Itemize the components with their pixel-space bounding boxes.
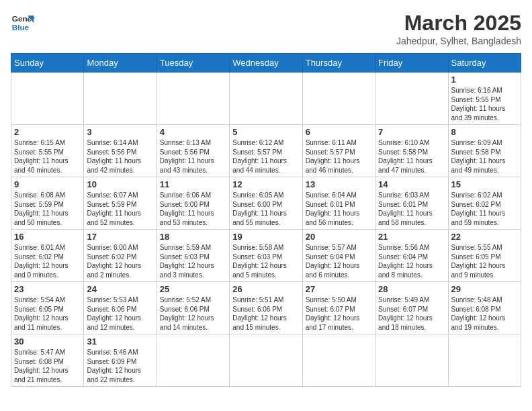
day-sun-info: Sunrise: 6:11 AM Sunset: 5:57 PM Dayligh… xyxy=(306,138,372,175)
day-number: 4 xyxy=(160,127,226,137)
day-number: 9 xyxy=(14,179,81,189)
day-number: 1 xyxy=(451,75,518,85)
day-sun-info: Sunrise: 5:59 AM Sunset: 6:03 PM Dayligh… xyxy=(160,243,226,279)
calendar-cell xyxy=(302,334,375,387)
day-sun-info: Sunrise: 5:46 AM Sunset: 6:09 PM Dayligh… xyxy=(87,348,153,384)
calendar-cell xyxy=(302,73,375,125)
calendar-cell xyxy=(375,334,448,387)
calendar-cell: 30Sunrise: 5:47 AM Sunset: 6:08 PM Dayli… xyxy=(11,334,84,387)
location-subtitle: Jahedpur, Sylhet, Bangladesh xyxy=(396,36,521,46)
day-sun-info: Sunrise: 6:10 AM Sunset: 5:58 PM Dayligh… xyxy=(378,138,445,175)
day-sun-info: Sunrise: 6:03 AM Sunset: 6:01 PM Dayligh… xyxy=(378,191,445,227)
day-number: 26 xyxy=(232,284,299,294)
day-number: 23 xyxy=(14,284,81,294)
day-number: 3 xyxy=(87,127,153,137)
weekday-header-row: SundayMondayTuesdayWednesdayThursdayFrid… xyxy=(11,54,521,73)
calendar-week-0: 1Sunrise: 6:16 AM Sunset: 5:55 PM Daylig… xyxy=(11,73,521,125)
day-sun-info: Sunrise: 6:09 AM Sunset: 5:58 PM Dayligh… xyxy=(451,138,518,175)
day-number: 19 xyxy=(232,232,299,242)
calendar-cell: 25Sunrise: 5:52 AM Sunset: 6:06 PM Dayli… xyxy=(157,282,229,334)
day-sun-info: Sunrise: 6:12 AM Sunset: 5:57 PM Dayligh… xyxy=(232,138,299,175)
day-sun-info: Sunrise: 6:07 AM Sunset: 5:59 PM Dayligh… xyxy=(87,191,153,227)
day-sun-info: Sunrise: 5:51 AM Sunset: 6:06 PM Dayligh… xyxy=(232,295,299,332)
calendar-cell: 9Sunrise: 6:08 AM Sunset: 5:59 PM Daylig… xyxy=(11,177,84,230)
calendar-week-5: 30Sunrise: 5:47 AM Sunset: 6:08 PM Dayli… xyxy=(11,334,521,387)
day-number: 12 xyxy=(232,179,299,189)
title-block: March 2025 Jahedpur, Sylhet, Bangladesh xyxy=(396,11,521,46)
calendar-cell: 8Sunrise: 6:09 AM Sunset: 5:58 PM Daylig… xyxy=(448,125,521,177)
day-number: 2 xyxy=(14,127,81,137)
day-number: 22 xyxy=(451,232,518,242)
calendar-cell: 14Sunrise: 6:03 AM Sunset: 6:01 PM Dayli… xyxy=(375,177,448,230)
day-number: 21 xyxy=(378,232,445,242)
day-number: 20 xyxy=(306,232,372,242)
calendar-cell: 27Sunrise: 5:50 AM Sunset: 6:07 PM Dayli… xyxy=(302,282,375,334)
calendar-week-4: 23Sunrise: 5:54 AM Sunset: 6:05 PM Dayli… xyxy=(11,282,521,334)
day-number: 14 xyxy=(378,179,445,189)
calendar-cell: 6Sunrise: 6:11 AM Sunset: 5:57 PM Daylig… xyxy=(302,125,375,177)
calendar-cell xyxy=(375,73,448,125)
calendar-cell: 11Sunrise: 6:06 AM Sunset: 6:00 PM Dayli… xyxy=(157,177,229,230)
calendar-week-1: 2Sunrise: 6:15 AM Sunset: 5:55 PM Daylig… xyxy=(11,125,521,177)
day-sun-info: Sunrise: 6:05 AM Sunset: 6:00 PM Dayligh… xyxy=(232,191,299,227)
day-sun-info: Sunrise: 6:06 AM Sunset: 6:00 PM Dayligh… xyxy=(160,191,226,227)
day-sun-info: Sunrise: 5:52 AM Sunset: 6:06 PM Dayligh… xyxy=(160,295,226,332)
day-number: 27 xyxy=(306,284,372,294)
calendar-cell: 2Sunrise: 6:15 AM Sunset: 5:55 PM Daylig… xyxy=(11,125,84,177)
day-number: 13 xyxy=(306,179,372,189)
calendar-cell: 3Sunrise: 6:14 AM Sunset: 5:56 PM Daylig… xyxy=(84,125,157,177)
calendar-cell xyxy=(230,334,302,387)
day-number: 16 xyxy=(14,232,81,242)
month-year-title: March 2025 xyxy=(396,11,521,36)
day-sun-info: Sunrise: 5:50 AM Sunset: 6:07 PM Dayligh… xyxy=(306,295,372,332)
weekday-header-thursday: Thursday xyxy=(302,54,375,73)
calendar-cell: 18Sunrise: 5:59 AM Sunset: 6:03 PM Dayli… xyxy=(157,230,229,282)
calendar-cell: 29Sunrise: 5:48 AM Sunset: 6:08 PM Dayli… xyxy=(448,282,521,334)
calendar-cell: 28Sunrise: 5:49 AM Sunset: 6:07 PM Dayli… xyxy=(375,282,448,334)
day-sun-info: Sunrise: 5:48 AM Sunset: 6:08 PM Dayligh… xyxy=(451,295,518,332)
calendar-cell: 7Sunrise: 6:10 AM Sunset: 5:58 PM Daylig… xyxy=(375,125,448,177)
day-number: 7 xyxy=(378,127,445,137)
day-sun-info: Sunrise: 6:15 AM Sunset: 5:55 PM Dayligh… xyxy=(14,138,81,175)
day-sun-info: Sunrise: 6:14 AM Sunset: 5:56 PM Dayligh… xyxy=(87,138,153,175)
calendar-cell xyxy=(157,73,229,125)
svg-text:Blue: Blue xyxy=(12,23,30,32)
logo-icon: General Blue xyxy=(11,11,35,35)
day-sun-info: Sunrise: 5:57 AM Sunset: 6:04 PM Dayligh… xyxy=(306,243,372,279)
calendar-cell: 23Sunrise: 5:54 AM Sunset: 6:05 PM Dayli… xyxy=(11,282,84,334)
day-number: 30 xyxy=(14,336,81,347)
day-sun-info: Sunrise: 6:16 AM Sunset: 5:55 PM Dayligh… xyxy=(451,86,518,122)
calendar-cell xyxy=(84,73,157,125)
calendar-cell: 12Sunrise: 6:05 AM Sunset: 6:00 PM Dayli… xyxy=(230,177,302,230)
day-number: 31 xyxy=(87,336,153,347)
calendar-cell xyxy=(448,334,521,387)
weekday-header-tuesday: Tuesday xyxy=(157,54,229,73)
day-sun-info: Sunrise: 6:02 AM Sunset: 6:02 PM Dayligh… xyxy=(451,191,518,227)
day-number: 25 xyxy=(160,284,226,294)
day-number: 24 xyxy=(87,284,153,294)
calendar-week-3: 16Sunrise: 6:01 AM Sunset: 6:02 PM Dayli… xyxy=(11,230,521,282)
calendar-cell xyxy=(11,73,84,125)
day-sun-info: Sunrise: 5:56 AM Sunset: 6:04 PM Dayligh… xyxy=(378,243,445,279)
calendar-cell: 20Sunrise: 5:57 AM Sunset: 6:04 PM Dayli… xyxy=(302,230,375,282)
day-number: 29 xyxy=(451,284,518,294)
day-sun-info: Sunrise: 5:53 AM Sunset: 6:06 PM Dayligh… xyxy=(87,295,153,332)
day-number: 15 xyxy=(451,179,518,189)
day-number: 28 xyxy=(378,284,445,294)
day-number: 11 xyxy=(160,179,226,189)
day-number: 10 xyxy=(87,179,153,189)
calendar-cell: 19Sunrise: 5:58 AM Sunset: 6:03 PM Dayli… xyxy=(230,230,302,282)
calendar-cell: 16Sunrise: 6:01 AM Sunset: 6:02 PM Dayli… xyxy=(11,230,84,282)
calendar-cell: 31Sunrise: 5:46 AM Sunset: 6:09 PM Dayli… xyxy=(84,334,157,387)
calendar-week-2: 9Sunrise: 6:08 AM Sunset: 5:59 PM Daylig… xyxy=(11,177,521,230)
day-sun-info: Sunrise: 5:58 AM Sunset: 6:03 PM Dayligh… xyxy=(232,243,299,279)
weekday-header-wednesday: Wednesday xyxy=(230,54,302,73)
day-sun-info: Sunrise: 5:47 AM Sunset: 6:08 PM Dayligh… xyxy=(14,348,81,384)
day-sun-info: Sunrise: 6:01 AM Sunset: 6:02 PM Dayligh… xyxy=(14,243,81,279)
day-number: 5 xyxy=(232,127,299,137)
weekday-header-saturday: Saturday xyxy=(448,54,521,73)
calendar-cell: 21Sunrise: 5:56 AM Sunset: 6:04 PM Dayli… xyxy=(375,230,448,282)
day-sun-info: Sunrise: 6:08 AM Sunset: 5:59 PM Dayligh… xyxy=(14,191,81,227)
weekday-header-sunday: Sunday xyxy=(11,54,84,73)
calendar-cell xyxy=(157,334,229,387)
